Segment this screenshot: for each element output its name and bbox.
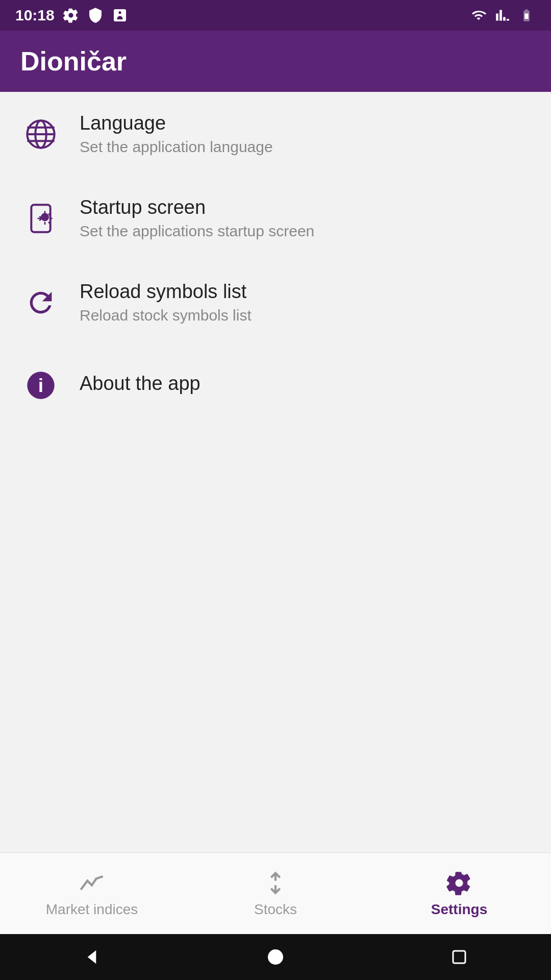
reload-text: Reload symbols list Reload stock symbols…: [80, 281, 252, 324]
startup-screen-setting-item[interactable]: Startup screen Set the applications star…: [0, 176, 551, 260]
about-text: About the app: [80, 373, 201, 399]
info-icon: i: [20, 365, 61, 406]
status-time: 10:18: [15, 7, 55, 24]
language-subtitle: Set the application language: [80, 138, 273, 156]
language-title: Language: [80, 112, 273, 134]
bottom-nav: Market indices Stocks Settings: [0, 852, 551, 934]
language-text: Language Set the application language: [80, 112, 273, 156]
app-header: Dioničar: [0, 31, 551, 92]
recents-button[interactable]: [444, 942, 474, 972]
gear-status-icon: [63, 7, 79, 23]
clipboard-status-icon: [112, 7, 128, 23]
system-nav-bar: [0, 934, 551, 980]
nav-market-indices-label: Market indices: [46, 901, 138, 918]
home-button[interactable]: [260, 942, 291, 972]
startup-subtitle: Set the applications startup screen: [80, 223, 314, 240]
reload-subtitle: Reload stock symbols list: [80, 307, 252, 324]
startup-text: Startup screen Set the applications star…: [80, 197, 314, 240]
nav-settings[interactable]: Settings: [367, 862, 551, 926]
svg-point-13: [268, 949, 283, 965]
reload-title: Reload symbols list: [80, 281, 252, 303]
startup-title: Startup screen: [80, 197, 314, 218]
nav-market-indices[interactable]: Market indices: [0, 862, 184, 926]
signal-icon: [495, 8, 510, 22]
svg-rect-14: [453, 951, 465, 963]
battery-icon: [517, 8, 536, 22]
status-bar: 10:18: [0, 0, 551, 31]
about-title: About the app: [80, 373, 201, 395]
shield-status-icon: [87, 7, 104, 23]
status-bar-right: [469, 8, 536, 22]
svg-point-7: [41, 213, 49, 221]
reload-icon: [20, 282, 61, 323]
language-setting-item[interactable]: Language Set the application language: [0, 92, 551, 176]
settings-content: Language Set the application language St…: [0, 92, 551, 852]
status-bar-left: 10:18: [15, 7, 128, 24]
settings-nav-icon: [446, 870, 472, 896]
svg-marker-12: [88, 950, 96, 964]
app-title: Dioničar: [20, 46, 127, 77]
market-indices-icon: [79, 870, 105, 896]
svg-text:i: i: [38, 375, 43, 396]
nav-settings-label: Settings: [431, 901, 487, 918]
globe-icon: [20, 114, 61, 155]
nav-stocks-label: Stocks: [254, 901, 297, 918]
about-setting-item[interactable]: i About the app: [0, 345, 551, 426]
stocks-icon: [262, 870, 289, 896]
nav-stocks[interactable]: Stocks: [184, 862, 367, 926]
reload-symbols-setting-item[interactable]: Reload symbols list Reload stock symbols…: [0, 260, 551, 345]
back-button[interactable]: [77, 942, 107, 972]
wifi-icon: [469, 8, 488, 22]
svg-rect-0: [525, 14, 529, 19]
phone-settings-icon: [20, 198, 61, 239]
